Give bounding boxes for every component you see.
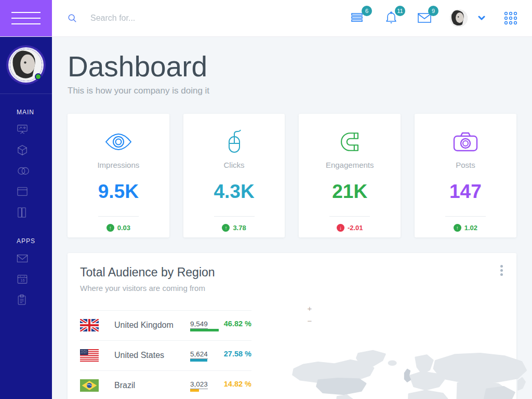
arrow-up-circle-icon: ↑ [222,224,230,232]
stat-card-clicks[interactable]: Clicks 4.3K ↑ 3.78 [183,114,285,237]
page-title: Dashboard [68,51,516,83]
world-map[interactable] [286,335,530,399]
page-subtitle: This is how your company is doing it [68,86,516,96]
sidebar-section-apps: APPS [17,237,52,245]
analytics-board-icon [17,124,28,135]
country-list: United Kingdom 9,549 46.82 % [80,310,251,399]
stat-card-impressions[interactable]: Impressions 9.5K ↑ 0.03 [68,114,169,237]
arrow-down-circle-icon: ↓ [337,224,344,232]
progress-bar [190,359,251,362]
arrow-up-circle-icon: ↑ [454,224,461,232]
stat-delta: ↓ -2.01 [337,224,363,232]
map-region-us[interactable] [317,378,366,394]
online-status-dot [35,73,42,80]
tasks-badge: 6 [362,6,372,16]
stat-value: 147 [449,181,482,203]
user-avatar[interactable] [450,9,468,27]
arrow-up-circle-icon: ↑ [107,224,114,232]
progress-fill [190,329,219,331]
hamburger-menu-button[interactable] [0,0,52,36]
map-zoom-out-button[interactable]: − [305,317,314,325]
audience-title: Total Audience by Region [80,265,504,280]
messages-button[interactable]: 9 [417,10,432,26]
audience-card: Total Audience by Region Where your visi… [68,253,516,399]
top-bar: 6 11 9 [0,0,532,36]
divider [98,216,139,217]
chevron-down-icon [478,16,485,21]
notifications-badge: 11 [395,6,405,16]
country-name: United States [114,351,190,360]
sidebar-item-products[interactable] [0,140,52,161]
map-region-cn[interactable] [484,387,514,399]
stat-delta: ↑ 3.78 [222,224,246,232]
kebab-menu-icon[interactable] [495,260,508,281]
sidebar-item-toggles[interactable] [0,161,52,181]
sidebar: MAIN APP [0,36,52,399]
audience-subtitle: Where your visitors are coming from [80,284,504,292]
br-flag [80,379,99,392]
stat-card-engagements[interactable]: Engagements 21K ↓ -2.01 [299,114,401,237]
sidebar-section-main: MAIN [17,109,52,116]
divider [329,216,370,217]
country-name: Brazil [114,381,190,390]
tasks-button[interactable]: 6 [350,10,366,26]
stat-label: Engagements [326,161,374,169]
audience-percent: 14.82 % [224,380,251,388]
country-name: United Kingdom [114,321,190,330]
sidebar-item-calendar[interactable]: 16 [0,269,52,289]
notifications-button[interactable]: 11 [383,10,399,26]
stat-card-posts[interactable]: Posts 147 ↑ 1.02 [415,114,516,237]
book-columns-icon [17,207,27,218]
sidebar-item-mail[interactable] [0,248,52,269]
map-zoom-in-button[interactable]: + [305,305,314,312]
stats-row: Impressions 9.5K ↑ 0.03 Clicks 4.3K [68,114,516,237]
search-icon [68,14,77,23]
audience-percent: 46.82 % [224,320,251,328]
magnet-icon [338,130,362,154]
stat-value: 9.5K [98,181,139,203]
search-bar [68,14,350,23]
calendar-icon: 16 [17,273,28,285]
main-content: Dashboard This is how your company is do… [52,36,532,399]
grid-dots-icon [504,11,517,25]
audience-value: 9,549 [190,320,208,329]
us-flag [80,349,99,362]
divider [445,216,486,217]
sidebar-divider [0,94,52,94]
uk-flag [80,319,99,331]
audience-value: 3,023 [190,380,208,389]
cube-icon [17,144,28,156]
user-menu-toggle[interactable] [478,16,485,21]
toggle-circles-icon [17,166,30,176]
camera-icon [453,131,478,152]
table-row[interactable]: Brazil 3,023 14.82 % [80,370,251,399]
progress-fill [190,359,207,362]
progress-fill [190,389,199,392]
stat-value: 21K [332,181,367,203]
sidebar-item-windows[interactable] [0,181,52,202]
sidebar-item-dashboard[interactable] [0,119,52,140]
search-input[interactable] [90,14,288,23]
mail-icon [17,254,28,263]
divider [214,216,255,217]
svg-text:16: 16 [20,278,24,283]
table-row[interactable]: United States 5,624 27.58 % [80,340,251,370]
table-row[interactable]: United Kingdom 9,549 46.82 % [80,310,251,340]
audience-value: 5,624 [190,350,208,359]
mouse-icon [225,129,243,154]
apps-grid-button[interactable] [503,10,518,26]
sidebar-item-docs[interactable] [0,202,52,223]
eye-icon [105,133,132,151]
stat-label: Impressions [97,161,139,169]
stat-delta: ↑ 0.03 [107,224,130,232]
stat-label: Clicks [224,161,245,169]
stat-delta: ↑ 1.02 [454,224,477,232]
clipboard-icon [17,294,27,305]
sidebar-avatar[interactable] [10,49,42,81]
sidebar-item-notes[interactable] [0,289,52,310]
progress-bar [190,329,251,331]
messages-badge: 9 [428,6,438,16]
audience-percent: 27.58 % [224,350,251,358]
stat-value: 4.3K [214,181,254,203]
stat-label: Posts [456,161,475,169]
